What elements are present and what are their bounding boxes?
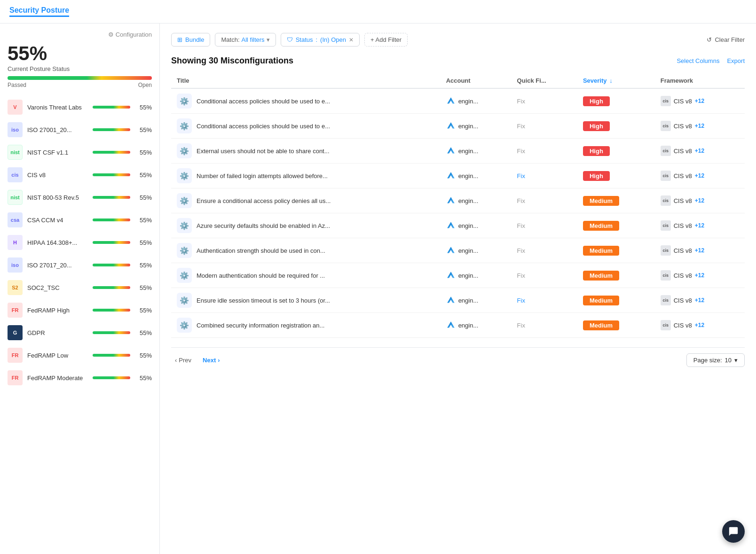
framework-pct-iso27001: 55% xyxy=(135,126,152,133)
account-name: engin... xyxy=(458,272,479,279)
quickfix-cell: Fix xyxy=(512,164,577,188)
table-row[interactable]: ⚙️ Conditional access policies should be… xyxy=(171,88,745,114)
page-size-btn[interactable]: Page size: 10 ▾ xyxy=(686,353,745,367)
clear-filter-btn[interactable]: ↺ Clear Filter xyxy=(707,36,745,43)
framework-plus[interactable]: +12 xyxy=(695,172,704,179)
quickfix-cell: Fix xyxy=(512,88,577,114)
row-title[interactable]: Conditional access policies should be us… xyxy=(197,123,330,130)
match-value: All filters xyxy=(242,36,265,43)
row-title[interactable]: Azure security defaults should be enable… xyxy=(197,222,330,229)
azure-icon xyxy=(446,246,456,255)
framework-plus[interactable]: +12 xyxy=(695,297,704,304)
row-title[interactable]: Ensure a conditional access policy denie… xyxy=(197,197,331,204)
cis-badge-icon: cis xyxy=(661,270,671,281)
app-title[interactable]: Security Posture xyxy=(9,6,69,17)
row-title[interactable]: Modern authentication should be required… xyxy=(197,272,325,279)
framework-icon-varonis: V xyxy=(8,100,23,115)
bundle-label: Bundle xyxy=(185,36,204,43)
azure-icon xyxy=(446,320,456,330)
status-filter-btn[interactable]: 🛡 Status: (In) Open ✕ xyxy=(281,33,360,47)
row-title[interactable]: External users should not be able to sha… xyxy=(197,148,330,155)
table-header-row: Showing 30 Misconfigurations Select Colu… xyxy=(171,56,745,66)
chevron-left-icon: ‹ xyxy=(175,357,177,364)
prev-btn[interactable]: ‹ Prev xyxy=(171,355,195,366)
table-row[interactable]: ⚙️ External users should not be able to … xyxy=(171,139,745,164)
title-cell: ⚙️ Conditional access policies should be… xyxy=(171,114,441,139)
page-size-chevron-icon: ▾ xyxy=(734,357,738,364)
framework-cell: cis CIS v8 +12 xyxy=(655,88,745,114)
table-row[interactable]: ⚙️ Authentication strength should be use… xyxy=(171,238,745,263)
sidebar-item-csa[interactable]: csa CSA CCM v4 55% xyxy=(8,209,152,231)
sidebar-item-iso27001[interactable]: iso ISO 27001_20... 55% xyxy=(8,118,152,141)
framework-plus[interactable]: +12 xyxy=(695,197,704,204)
framework-plus[interactable]: +12 xyxy=(695,148,704,154)
framework-pct-cis-v8: 55% xyxy=(135,172,152,179)
framework-name: CIS v8 xyxy=(674,272,692,279)
col-severity[interactable]: Severity ↓ xyxy=(577,73,655,88)
framework-bar-gdpr xyxy=(93,331,130,334)
chat-bubble-btn[interactable] xyxy=(722,520,745,543)
sidebar-item-fedramp-low[interactable]: FR FedRAMP Low 55% xyxy=(8,344,152,367)
severity-badge: High xyxy=(583,146,610,156)
framework-plus[interactable]: +12 xyxy=(695,98,704,104)
table-row[interactable]: ⚙️ Modern authentication should be requi… xyxy=(171,263,745,288)
account-cell: engin... xyxy=(441,238,512,263)
sidebar-item-fedramp-mod[interactable]: FR FedRAMP Moderate 55% xyxy=(8,367,152,389)
framework-bar-nist800 xyxy=(93,196,130,199)
severity-badge: Medium xyxy=(583,196,619,206)
framework-plus[interactable]: +12 xyxy=(695,247,704,254)
framework-bar-hipaa xyxy=(93,241,130,244)
quickfix-link[interactable]: Fix xyxy=(517,172,525,179)
azure-icon xyxy=(446,196,456,205)
row-title[interactable]: Number of failed login attempts allowed … xyxy=(197,172,328,179)
title-cell: ⚙️ Ensure idle session timeout is set to… xyxy=(171,288,441,313)
account-cell: engin... xyxy=(441,313,512,338)
match-filter-btn[interactable]: Match: All filters ▾ xyxy=(215,33,276,47)
row-title[interactable]: Conditional access policies should be us… xyxy=(197,98,330,105)
row-icon: ⚙️ xyxy=(177,243,192,258)
framework-plus[interactable]: +12 xyxy=(695,123,704,129)
sidebar-item-nist800[interactable]: nist NIST 800-53 Rev.5 55% xyxy=(8,186,152,209)
status-close-icon[interactable]: ✕ xyxy=(349,37,354,43)
sidebar-item-varonis[interactable]: V Varonis Threat Labs 55% xyxy=(8,96,152,118)
framework-plus[interactable]: +12 xyxy=(695,272,704,279)
table-row[interactable]: ⚙️ Ensure a conditional access policy de… xyxy=(171,188,745,213)
sidebar-item-nist-csf[interactable]: nist NIST CSF v1.1 55% xyxy=(8,141,152,164)
account-cell: engin... xyxy=(441,188,512,213)
export-btn[interactable]: Export xyxy=(727,57,745,64)
filter-bar: ⊞ Bundle Match: All filters ▾ 🛡 Status: … xyxy=(171,33,745,47)
severity-badge: Medium xyxy=(583,296,619,305)
framework-name: CIS v8 xyxy=(674,172,692,179)
config-label[interactable]: Configuration xyxy=(116,31,152,38)
sidebar-item-gdpr[interactable]: G GDPR 55% xyxy=(8,321,152,344)
sidebar-item-cis-v8[interactable]: cis CIS v8 55% xyxy=(8,164,152,186)
table-row[interactable]: ⚙️ Number of failed login attempts allow… xyxy=(171,164,745,188)
table-row[interactable]: ⚙️ Conditional access policies should be… xyxy=(171,114,745,139)
framework-name-iso27017: ISO 27017_20... xyxy=(27,262,88,269)
sidebar-item-fedramp-high[interactable]: FR FedRAMP High 55% xyxy=(8,299,152,321)
framework-cell: cis CIS v8 +12 xyxy=(655,288,745,313)
row-title[interactable]: Ensure idle session timeout is set to 3 … xyxy=(197,297,330,304)
table-row[interactable]: ⚙️ Azure security defaults should be ena… xyxy=(171,213,745,238)
quickfix-disabled: Fix xyxy=(517,272,525,279)
cis-badge-icon: cis xyxy=(661,195,671,206)
open-label: Open xyxy=(138,82,152,88)
sidebar-config[interactable]: ⚙ Configuration xyxy=(8,31,152,38)
table-row[interactable]: ⚙️ Combined security information registr… xyxy=(171,313,745,338)
quickfix-link[interactable]: Fix xyxy=(517,297,525,304)
row-title[interactable]: Combined security information registrati… xyxy=(197,322,324,329)
framework-plus[interactable]: +12 xyxy=(695,222,704,229)
row-title[interactable]: Authentication strength should be used i… xyxy=(197,247,325,254)
framework-plus[interactable]: +12 xyxy=(695,322,704,328)
quickfix-disabled: Fix xyxy=(517,247,525,254)
sidebar-item-hipaa[interactable]: H HIPAA 164.308+... 55% xyxy=(8,231,152,254)
col-title: Title xyxy=(171,73,441,88)
bundle-filter-btn[interactable]: ⊞ Bundle xyxy=(171,33,210,47)
add-filter-btn[interactable]: + Add Filter xyxy=(364,33,408,47)
table-row[interactable]: ⚙️ Ensure idle session timeout is set to… xyxy=(171,288,745,313)
sidebar-item-soc2[interactable]: S2 SOC2_TSC 55% xyxy=(8,276,152,299)
prev-label: Prev xyxy=(179,357,191,364)
next-btn[interactable]: Next › xyxy=(199,355,224,366)
sidebar-item-iso27017[interactable]: iso ISO 27017_20... 55% xyxy=(8,254,152,276)
select-columns-btn[interactable]: Select Columns xyxy=(677,57,719,64)
